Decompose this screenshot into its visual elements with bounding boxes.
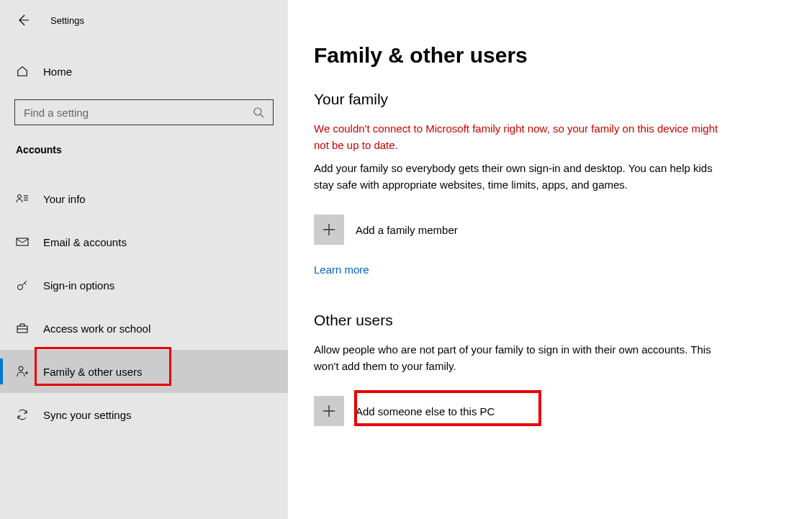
svg-point-1 xyxy=(18,195,22,199)
home-nav[interactable]: Home xyxy=(0,55,288,88)
sidebar: Settings Home Accounts xyxy=(0,0,288,519)
search-box[interactable] xyxy=(14,99,274,125)
learn-more-link[interactable]: Learn more xyxy=(314,263,369,276)
sidebar-item-your-info[interactable]: Your info xyxy=(0,177,288,220)
page-title: Family & other users xyxy=(314,43,786,68)
add-other-label: Add someone else to this PC xyxy=(356,405,495,418)
person-card-icon xyxy=(16,192,29,205)
add-family-label: Add a family member xyxy=(356,224,458,236)
other-users-heading: Other users xyxy=(314,312,786,329)
sidebar-item-signin-options[interactable]: Sign-in options xyxy=(0,263,288,307)
sidebar-item-access-work-school[interactable]: Access work or school xyxy=(0,307,288,350)
plus-icon xyxy=(314,396,344,426)
nav-list: Your info Email & accounts Sign-in optio… xyxy=(0,177,288,436)
add-family-member-button[interactable]: Add a family member xyxy=(314,215,786,245)
sync-icon xyxy=(16,408,29,421)
briefcase-icon xyxy=(16,322,29,335)
nav-label: Email & accounts xyxy=(43,236,127,248)
sidebar-item-sync-settings[interactable]: Sync your settings xyxy=(0,393,288,436)
key-icon xyxy=(16,279,29,292)
search-input[interactable] xyxy=(24,107,253,119)
nav-label: Sync your settings xyxy=(43,409,132,421)
main-content: Family & other users Your family We coul… xyxy=(288,0,812,519)
sidebar-item-family-other-users[interactable]: Family & other users xyxy=(0,350,288,393)
nav-label: Sign-in options xyxy=(43,279,114,292)
person-plus-icon xyxy=(16,365,29,378)
back-arrow-icon[interactable] xyxy=(16,13,30,27)
family-heading: Your family xyxy=(314,91,786,108)
sidebar-item-email-accounts[interactable]: Email & accounts xyxy=(0,220,288,263)
other-users-description: Allow people who are not part of your fa… xyxy=(314,342,724,374)
search-icon xyxy=(253,107,264,118)
nav-label: Access work or school xyxy=(43,322,150,335)
nav-label: Family & other users xyxy=(43,366,143,378)
family-description: Add your family so everybody gets their … xyxy=(314,161,724,193)
window-title: Settings xyxy=(50,15,84,26)
sidebar-header: Settings xyxy=(0,6,288,35)
plus-icon xyxy=(314,215,344,245)
home-icon xyxy=(16,65,29,78)
svg-point-0 xyxy=(254,108,261,115)
add-other-user-button[interactable]: Add someone else to this PC xyxy=(314,396,786,426)
svg-rect-2 xyxy=(17,238,28,245)
mail-icon xyxy=(16,235,29,248)
family-error-text: We couldn't connect to Microsoft family … xyxy=(314,121,724,153)
svg-point-3 xyxy=(18,285,23,290)
category-label: Accounts xyxy=(0,125,288,163)
svg-point-5 xyxy=(19,366,23,371)
home-label: Home xyxy=(43,66,72,78)
nav-label: Your info xyxy=(43,193,86,205)
